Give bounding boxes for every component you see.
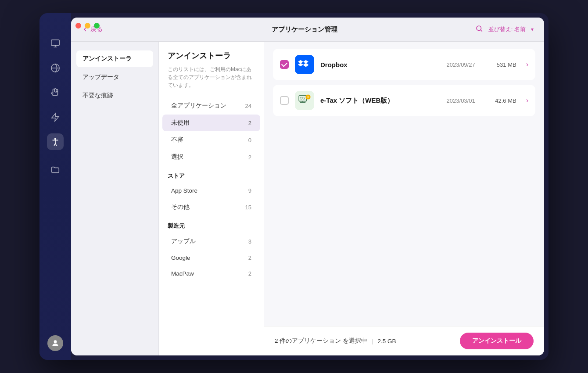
etax-name: e-Tax ソフト（WEB版） <box>320 97 441 105</box>
maximize-button[interactable] <box>94 23 100 29</box>
nav-item-leftovers[interactable]: 不要な痕跡 <box>76 87 153 104</box>
etax-detail-icon[interactable]: › <box>526 97 528 104</box>
dropbox-detail-icon[interactable]: › <box>526 61 528 68</box>
right-panel: Dropbox 2023/09/27 531 MB › <box>264 42 544 355</box>
dropbox-name: Dropbox <box>320 61 441 68</box>
nav-item-updater[interactable]: アップデータ <box>76 69 153 86</box>
left-nav: アンインストーラ アップデータ 不要な痕跡 <box>71 42 159 355</box>
table-row: TAX e-Tax ソフト（WEB版） 2023/03/01 42.6 MB › <box>273 85 535 116</box>
filter-all-apps[interactable]: 全アプリケーション 24 <box>162 97 260 114</box>
section-manufacturer-label: 製造元 <box>159 216 264 233</box>
window-controls <box>75 23 100 29</box>
main-content: 戻る アプリケーション管理 並び替え: 名前 ▾ アンインストーラ <box>71 18 544 355</box>
section-store-label: ストア <box>159 166 264 183</box>
middle-header: アンインストーラ このリストには、ご利用のMacにある全てのアプリケーションが含… <box>159 42 264 93</box>
header: 戻る アプリケーション管理 並び替え: 名前 ▾ <box>71 18 544 42</box>
nav-item-uninstaller[interactable]: アンインストーラ <box>76 50 153 67</box>
sidebar-icon-accessibility[interactable] <box>47 133 64 150</box>
selection-count-label: 2 件のアプリケーション を選択中 <box>275 337 367 345</box>
sidebar-icon-globe[interactable] <box>47 60 64 76</box>
sidebar <box>39 13 71 360</box>
etax-size: 42.6 MB <box>490 97 516 104</box>
etax-date: 2023/03/01 <box>447 97 475 104</box>
search-icon[interactable] <box>475 25 483 34</box>
dropbox-date: 2023/09/27 <box>447 61 475 68</box>
uninstall-button[interactable]: アンインストール <box>460 333 534 349</box>
sidebar-bottom <box>47 335 63 351</box>
app-list: Dropbox 2023/09/27 531 MB › <box>264 42 544 326</box>
bottom-bar: 2 件のアプリケーション を選択中 | 2.5 GB アンインストール <box>264 326 544 355</box>
minimize-button[interactable] <box>85 23 90 29</box>
etax-app-icon: TAX <box>295 91 314 110</box>
filter-macpaw[interactable]: MacPaw 2 <box>162 266 260 281</box>
sort-selector[interactable]: 並び替え: 名前 <box>488 25 526 33</box>
selection-status: 2 件のアプリケーション を選択中 | 2.5 GB <box>275 337 396 345</box>
sidebar-icon-monitor[interactable] <box>47 35 64 52</box>
page-title: アプリケーション管理 <box>134 25 475 34</box>
dropbox-checkbox[interactable] <box>280 60 289 69</box>
svg-point-2 <box>55 138 56 140</box>
filter-app-store[interactable]: App Store 9 <box>162 183 260 198</box>
sort-chevron-icon: ▾ <box>531 26 534 32</box>
filter-other-store[interactable]: その他 15 <box>162 199 260 215</box>
filter-apple[interactable]: アップル 3 <box>162 233 260 250</box>
middle-panel: アンインストーラ このリストには、ご利用のMacにある全てのアプリケーションが含… <box>159 42 264 355</box>
dropbox-size: 531 MB <box>490 61 516 68</box>
svg-point-4 <box>477 26 481 31</box>
filter-selected[interactable]: 選択 2 <box>162 149 260 165</box>
body: アンインストーラ アップデータ 不要な痕跡 アンインストーラ このリストには、ご… <box>71 42 544 355</box>
filter-google[interactable]: Google 2 <box>162 250 260 265</box>
sidebar-icon-folder[interactable] <box>47 161 64 178</box>
svg-text:TAX: TAX <box>300 97 306 100</box>
dropbox-app-icon <box>295 55 314 74</box>
middle-title: アンインストーラ <box>168 50 255 61</box>
svg-point-3 <box>54 340 57 343</box>
status-divider: | <box>372 338 373 344</box>
close-button[interactable] <box>75 23 81 29</box>
table-row: Dropbox 2023/09/27 531 MB › <box>273 49 535 80</box>
sidebar-icon-lightning[interactable] <box>47 109 64 126</box>
sidebar-icon-hand[interactable] <box>47 84 64 101</box>
header-right: 並び替え: 名前 ▾ <box>475 25 534 34</box>
filter-unused[interactable]: 未使用 2 <box>162 115 260 131</box>
avatar[interactable] <box>47 335 63 351</box>
etax-checkbox[interactable] <box>280 96 289 105</box>
middle-list: 全アプリケーション 24 未使用 2 不審 0 選択 2 <box>159 93 264 286</box>
middle-description: このリストには、ご利用のMacにある全てのアプリケーションが含まれています。 <box>168 65 255 89</box>
selection-size-label: 2.5 GB <box>378 338 396 344</box>
svg-rect-0 <box>51 40 59 46</box>
filter-suspicious[interactable]: 不審 0 <box>162 132 260 148</box>
